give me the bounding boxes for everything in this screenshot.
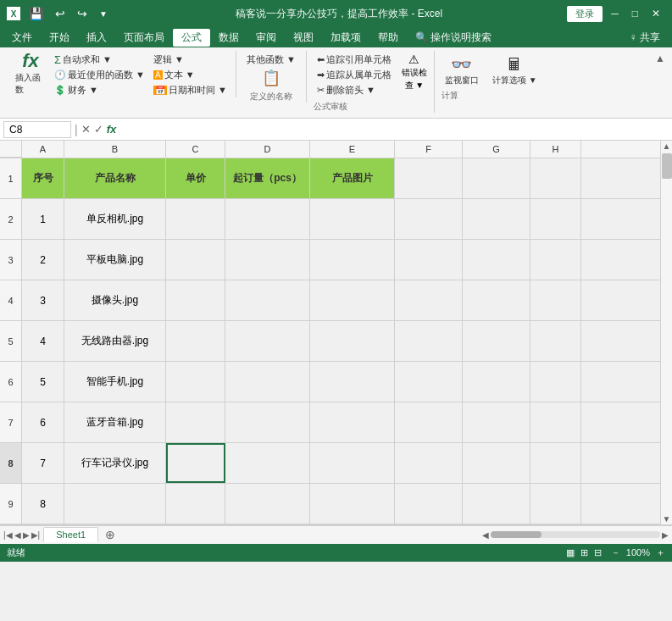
sheet-nav-first[interactable]: |◀	[3, 530, 13, 540]
cell-d6[interactable]	[225, 362, 310, 402]
cell-h6[interactable]	[530, 362, 581, 402]
cell-c5[interactable]	[166, 321, 225, 361]
remove-arrows-btn[interactable]: ✂ 删除箭头 ▼	[314, 83, 395, 97]
cell-h8[interactable]	[530, 443, 581, 483]
cancel-formula-icon[interactable]: ✕	[81, 123, 91, 136]
cell-d2[interactable]	[225, 199, 310, 239]
menu-share[interactable]: ♀ 共享	[621, 29, 669, 47]
h-scroll-right[interactable]: ▶	[662, 530, 669, 540]
cell-g9[interactable]	[463, 484, 530, 524]
cell-g8[interactable]	[463, 443, 530, 483]
cell-h2[interactable]	[530, 199, 581, 239]
cell-h5[interactable]	[530, 321, 581, 361]
cell-d3[interactable]	[225, 240, 310, 280]
quick-access-dropdown[interactable]: ▼	[96, 8, 111, 20]
cell-c7[interactable]	[166, 402, 225, 442]
menu-review[interactable]: 审阅	[247, 29, 285, 47]
define-names-btn[interactable]: 📋	[256, 67, 286, 89]
col-header-h[interactable]: H	[530, 141, 581, 158]
cell-c4[interactable]	[166, 280, 225, 320]
cell-f3[interactable]	[395, 240, 463, 280]
page-layout-btn[interactable]: ⊞	[580, 547, 588, 557]
menu-file[interactable]: 文件	[3, 29, 41, 47]
add-sheet-btn[interactable]: ⊕	[98, 528, 122, 541]
menu-data[interactable]: 数据	[210, 29, 247, 47]
h-scroll-track[interactable]	[491, 531, 660, 538]
undo-btn[interactable]: ↩	[52, 5, 69, 22]
col-header-e[interactable]: E	[310, 141, 395, 158]
redo-btn[interactable]: ↪	[74, 5, 91, 22]
cell-b2[interactable]: 单反相机.jpg	[64, 199, 166, 239]
ribbon-collapse-btn[interactable]: ▲	[655, 53, 665, 64]
menu-formula[interactable]: 公式	[173, 29, 210, 47]
minimize-btn[interactable]: ─	[606, 6, 624, 21]
menu-home[interactable]: 开始	[41, 29, 78, 47]
cell-a1[interactable]: 序号	[22, 158, 64, 198]
finance-btn[interactable]: 💲 财务 ▼	[51, 83, 148, 97]
calc-options-btn[interactable]: 🖩 计算选项 ▼	[489, 53, 541, 88]
cell-e1[interactable]: 产品图片	[310, 158, 395, 198]
cell-f4[interactable]	[395, 280, 463, 320]
cell-a5[interactable]: 4	[22, 321, 64, 361]
normal-view-btn[interactable]: ▦	[566, 547, 575, 557]
cell-a6[interactable]: 5	[22, 362, 64, 402]
col-header-f[interactable]: F	[395, 141, 463, 158]
cell-h4[interactable]	[530, 280, 581, 320]
cell-f6[interactable]	[395, 362, 463, 402]
more-functions-btn[interactable]: 其他函数 ▼	[243, 53, 299, 67]
cell-c1[interactable]: 单价	[166, 158, 225, 198]
formula-input[interactable]	[119, 122, 669, 137]
cell-c3[interactable]	[166, 240, 225, 280]
datetime-btn[interactable]: 📅 日期和时间 ▼	[150, 83, 230, 97]
menu-pagelayout[interactable]: 页面布局	[115, 29, 173, 47]
cell-e7[interactable]	[310, 402, 395, 442]
col-header-c[interactable]: C	[166, 141, 225, 158]
cell-e9[interactable]	[310, 484, 395, 524]
cell-a8[interactable]: 7	[22, 443, 64, 483]
cell-d5[interactable]	[225, 321, 310, 361]
menu-search[interactable]: 🔍 操作说明搜索	[407, 29, 500, 47]
cell-f5[interactable]	[395, 321, 463, 361]
cell-g2[interactable]	[463, 199, 530, 239]
cell-b8[interactable]: 行车记录仪.jpg	[64, 443, 166, 483]
cell-g7[interactable]	[463, 402, 530, 442]
cell-b5[interactable]: 无线路由器.jpg	[64, 321, 166, 361]
logic-btn[interactable]: 逻辑 ▼	[150, 53, 230, 67]
save-quick-btn[interactable]: 💾	[25, 5, 47, 22]
cell-d4[interactable]	[225, 280, 310, 320]
maximize-btn[interactable]: □	[627, 6, 643, 21]
trace-dependents-btn[interactable]: ➡ 追踪从属单元格	[314, 68, 395, 82]
cell-a4[interactable]: 3	[22, 280, 64, 320]
insert-function-formula-icon[interactable]: fx	[107, 123, 117, 136]
zoom-out-btn[interactable]: －	[611, 547, 620, 557]
text-btn[interactable]: A 文本 ▼	[150, 68, 230, 82]
cell-f2[interactable]	[395, 199, 463, 239]
cell-a2[interactable]: 1	[22, 199, 64, 239]
cell-e5[interactable]	[310, 321, 395, 361]
cell-a7[interactable]: 6	[22, 402, 64, 442]
login-button[interactable]: 登录	[567, 6, 603, 22]
scroll-thumb[interactable]	[662, 153, 672, 179]
close-btn[interactable]: ✕	[647, 6, 665, 21]
watch-window-btn[interactable]: 👓 监视窗口	[442, 53, 482, 88]
recent-functions-btn[interactable]: 🕐 最近使用的函数 ▼	[51, 68, 148, 82]
zoom-in-btn[interactable]: ＋	[656, 547, 665, 557]
cell-a3[interactable]: 2	[22, 240, 64, 280]
cell-g4[interactable]	[463, 280, 530, 320]
cell-d8[interactable]	[225, 443, 310, 483]
cell-h1[interactable]	[530, 158, 581, 198]
col-header-d[interactable]: D	[225, 141, 310, 158]
cell-e4[interactable]	[310, 280, 395, 320]
sheet-nav-last[interactable]: ▶|	[31, 530, 41, 540]
col-header-b[interactable]: B	[64, 141, 166, 158]
cell-d7[interactable]	[225, 402, 310, 442]
page-break-btn[interactable]: ⊟	[594, 547, 602, 557]
cell-f9[interactable]	[395, 484, 463, 524]
cell-f8[interactable]	[395, 443, 463, 483]
cell-g1[interactable]	[463, 158, 530, 198]
cell-b7[interactable]: 蓝牙音箱.jpg	[64, 402, 166, 442]
cell-c2[interactable]	[166, 199, 225, 239]
cell-b4[interactable]: 摄像头.jpg	[64, 280, 166, 320]
cell-h7[interactable]	[530, 402, 581, 442]
right-scrollbar[interactable]: ▲ ▼	[660, 141, 672, 524]
